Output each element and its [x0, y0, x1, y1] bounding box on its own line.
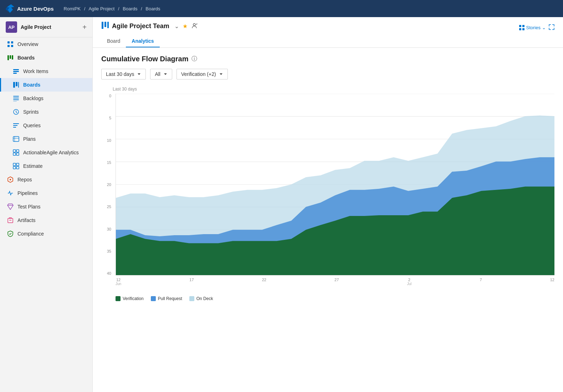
svg-rect-31 — [8, 218, 13, 223]
svg-rect-34 — [104, 22, 106, 27]
svg-rect-35 — [107, 22, 109, 28]
time-range-filter[interactable]: Last 30 days — [101, 69, 146, 79]
svg-rect-33 — [102, 22, 103, 29]
team-name: Agile Project Team — [112, 22, 169, 30]
y-label-10: 10 — [101, 138, 113, 143]
svg-rect-12 — [18, 82, 19, 88]
svg-rect-16 — [13, 101, 17, 102]
sidebar-project-header: AP Agile Project + — [0, 17, 92, 37]
svg-rect-1 — [11, 41, 13, 43]
chart-plot-area — [116, 94, 554, 275]
chart-title-row: Cumulative Flow Diagram ⓘ — [101, 55, 554, 63]
breadcrumb: RomiPK / Agile Project / Boards / Boards — [64, 6, 160, 11]
app-logo[interactable]: Azure DevOps — [6, 4, 54, 13]
backlogs-label: Backlogs — [23, 96, 43, 101]
plans-label: Plans — [23, 136, 36, 142]
on-deck-swatch — [189, 296, 194, 301]
boards-label: Boards — [23, 82, 40, 88]
breadcrumb-boards-2[interactable]: Boards — [145, 6, 160, 11]
y-label-40: 40 — [101, 271, 113, 275]
svg-rect-39 — [519, 28, 521, 30]
chart-legend: Verification Pull Request On Deck — [101, 296, 554, 301]
sidebar-item-boards[interactable]: Boards — [0, 78, 92, 92]
sidebar-item-boards-group[interactable]: Boards — [0, 51, 92, 65]
pull-request-label: Pull Request — [158, 296, 182, 301]
chart-svg — [116, 94, 554, 275]
svg-rect-9 — [13, 73, 17, 74]
y-axis: 40 35 30 25 20 15 10 5 0 — [101, 94, 113, 275]
type-filter[interactable]: All — [150, 69, 172, 79]
svg-rect-22 — [16, 150, 19, 152]
team-dropdown-button[interactable]: ⌄ — [174, 22, 180, 30]
chart-label-top: Last 30 days — [113, 87, 137, 92]
x-label-22: 22 — [262, 278, 266, 282]
x-label-27: 27 — [334, 278, 339, 282]
estimate-icon — [12, 163, 20, 170]
sidebar-item-actionable[interactable]: ActionableAgile Analytics — [0, 146, 92, 159]
svg-rect-3 — [11, 45, 13, 47]
chart-title: Cumulative Flow Diagram — [101, 55, 189, 63]
on-deck-label: On Deck — [196, 296, 213, 301]
breadcrumb-boards-1[interactable]: Boards — [123, 6, 137, 11]
info-icon[interactable]: ⓘ — [191, 55, 197, 63]
tab-analytics[interactable]: Analytics — [126, 35, 159, 47]
sidebar-item-test-plans[interactable]: Test Plans — [0, 200, 92, 213]
sidebar-item-sprints[interactable]: Sprints — [0, 105, 92, 119]
boards-icon — [12, 81, 20, 88]
svg-rect-10 — [13, 82, 15, 88]
stories-button[interactable]: Stories ⌄ — [519, 25, 546, 31]
svg-rect-24 — [16, 153, 19, 155]
breadcrumb-agile-project[interactable]: Agile Project — [88, 6, 114, 11]
x-axis: 12 Jun 17 22 27 2 Jul — [116, 275, 554, 293]
sidebar-item-estimate[interactable]: Estimate — [0, 159, 92, 173]
sidebar-item-plans[interactable]: Plans — [0, 132, 92, 146]
sidebar-item-work-items[interactable]: Work Items — [0, 65, 92, 78]
sidebar-item-overview[interactable]: Overview — [0, 37, 92, 51]
tab-board[interactable]: Board — [101, 35, 126, 47]
y-label-0: 0 — [101, 94, 113, 98]
svg-rect-2 — [7, 45, 10, 47]
svg-rect-27 — [13, 166, 16, 169]
svg-rect-25 — [13, 163, 16, 166]
sidebar-item-artifacts[interactable]: Artifacts — [0, 213, 92, 227]
sidebar-item-pipelines[interactable]: Pipelines — [0, 186, 92, 200]
compliance-icon — [7, 230, 14, 237]
work-items-label: Work Items — [23, 68, 48, 74]
svg-rect-4 — [7, 55, 9, 60]
legend-verification: Verification — [116, 296, 144, 301]
y-label-15: 15 — [101, 160, 113, 165]
manage-team-button[interactable] — [190, 22, 198, 31]
sidebar-item-compliance[interactable]: Compliance — [0, 227, 92, 241]
legend-pull-request: Pull Request — [151, 296, 182, 301]
y-label-25: 25 — [101, 205, 113, 209]
team-actions: ⌄ ★ — [174, 22, 198, 31]
expand-button[interactable] — [549, 24, 554, 31]
work-items-icon — [12, 68, 20, 75]
breadcrumb-romipk[interactable]: RomiPK — [64, 6, 81, 11]
repos-icon — [7, 176, 14, 183]
svg-point-36 — [193, 24, 195, 26]
header-actions: Stories ⌄ — [519, 24, 554, 31]
backlogs-icon — [12, 95, 20, 102]
repos-label: Repos — [17, 177, 32, 182]
sidebar-item-queries[interactable]: Queries — [0, 119, 92, 132]
boards-group-label: Boards — [17, 55, 35, 61]
sidebar-project-info: AP Agile Project — [6, 21, 51, 33]
add-project-button[interactable]: + — [82, 24, 87, 31]
svg-rect-7 — [13, 69, 19, 70]
content-tabs: Board Analytics — [101, 35, 554, 47]
y-label-20: 20 — [101, 182, 113, 187]
sidebar-item-backlogs[interactable]: Backlogs — [0, 92, 92, 105]
columns-filter[interactable]: Verification (+2) — [176, 69, 228, 79]
favorite-button[interactable]: ★ — [182, 22, 188, 30]
chart-filters: Last 30 days All Verification (+2) — [101, 69, 554, 79]
y-label-30: 30 — [101, 227, 113, 231]
sidebar-item-repos[interactable]: Repos — [0, 173, 92, 186]
svg-rect-6 — [12, 55, 13, 60]
svg-rect-0 — [7, 41, 10, 43]
overview-icon — [7, 41, 14, 48]
artifacts-icon — [7, 217, 14, 224]
svg-rect-14 — [13, 98, 19, 98]
legend-on-deck: On Deck — [189, 296, 213, 301]
overview-label: Overview — [17, 41, 38, 47]
